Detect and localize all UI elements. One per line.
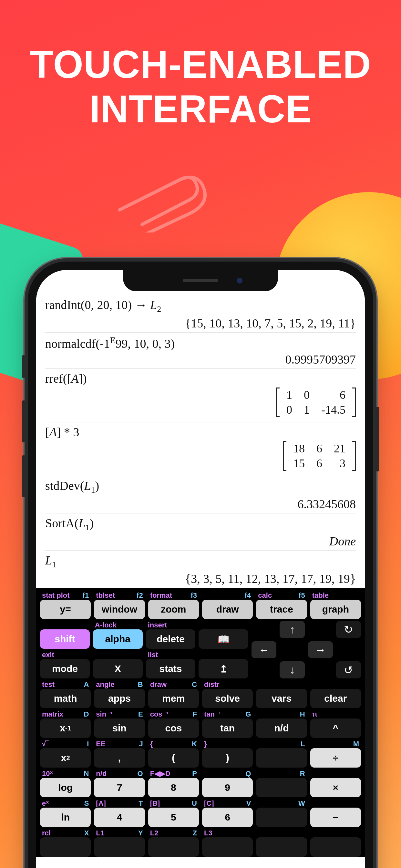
history-row[interactable]: randInt(0, 20, 10) → L2{15, 10, 13, 10, …	[45, 295, 356, 333]
key-log[interactable]: log	[40, 778, 91, 797]
key-[interactable]: ↥	[198, 659, 248, 678]
history-result: 186211563	[45, 439, 356, 474]
key-4[interactable]: 4	[94, 808, 145, 827]
key-solve[interactable]: solve	[202, 689, 253, 708]
history-result: 0.9995709397	[45, 350, 356, 367]
key-blank[interactable]	[94, 837, 145, 857]
key-sin[interactable]: sin	[94, 718, 145, 738]
paperclip-icon	[100, 168, 216, 232]
history-result: {3, 3, 5, 11, 12, 13, 17, 17, 19, 19}	[45, 569, 356, 586]
key-zoom[interactable]: zoom	[148, 600, 199, 619]
history-expression: L1	[45, 553, 356, 569]
key-window[interactable]: window	[94, 600, 145, 619]
key-mem[interactable]: mem	[148, 689, 199, 708]
arrow-left-button[interactable]: ←	[251, 641, 276, 658]
key-9[interactable]: 9	[202, 778, 253, 797]
key-blank[interactable]	[256, 778, 307, 797]
history-result: Done	[45, 532, 356, 548]
arrow-right-button[interactable]: →	[308, 641, 333, 658]
key-clear[interactable]: clear	[310, 689, 361, 708]
history-expression: [A] * 3	[45, 425, 356, 439]
key-[interactable]: (	[148, 748, 199, 768]
key-stats[interactable]: stats	[146, 659, 196, 678]
key-y[interactable]: y=	[40, 600, 91, 619]
key-[interactable]: ^	[310, 718, 361, 738]
key-blank[interactable]	[256, 837, 307, 857]
calc-keypad: stat plotf1y=tblsetf2windowformatf3zoomf…	[36, 588, 365, 857]
key-graph[interactable]: graph	[310, 600, 361, 619]
phone-notch	[123, 270, 278, 291]
key-8[interactable]: 8	[148, 778, 199, 797]
history-result: 6.33245608	[45, 495, 356, 511]
key-nd[interactable]: n/d	[256, 718, 307, 738]
history-expression: normalcdf(-1E99, 10, 0, 3)	[45, 335, 356, 351]
history-row[interactable]: normalcdf(-1E99, 10, 0, 3)0.9995709397	[45, 333, 356, 369]
key-blank[interactable]	[256, 808, 307, 827]
key-[interactable]: ,	[94, 748, 145, 768]
key-blank[interactable]	[148, 837, 199, 857]
history-expression: randInt(0, 20, 10) → L2	[45, 298, 356, 314]
key-xspanclasssup1span[interactable]: x-1	[40, 718, 91, 738]
key-[interactable]: ÷	[310, 748, 361, 768]
key-apps[interactable]: apps	[94, 689, 145, 708]
history-row[interactable]: L1{3, 3, 5, 11, 12, 13, 17, 17, 19, 19}	[45, 551, 356, 588]
key-5[interactable]: 5	[148, 808, 199, 827]
headline: TOUCH-ENABLED INTERFACE	[0, 0, 401, 131]
key-[interactable]: 📖	[198, 629, 248, 649]
redo-button[interactable]: ↻	[336, 621, 361, 638]
key-blank[interactable]	[40, 837, 91, 857]
history-expression: rref([A])	[45, 371, 356, 385]
arrow-up-button[interactable]: ↑	[280, 621, 305, 638]
history-result: {15, 10, 13, 10, 7, 5, 15, 2, 19, 11}	[45, 314, 356, 330]
history-row[interactable]: stdDev(L1)6.33245608	[45, 476, 356, 514]
key-[interactable]: )	[202, 748, 253, 768]
key-ln[interactable]: ln	[40, 808, 91, 827]
key-trace[interactable]: trace	[256, 600, 307, 619]
key-blank[interactable]	[310, 837, 361, 857]
key-[interactable]: ×	[310, 778, 361, 797]
key-x[interactable]: X	[93, 659, 143, 678]
phone-screen: randInt(0, 20, 10) → L2{15, 10, 13, 10, …	[36, 270, 365, 868]
history-result: 10601-14.5	[45, 385, 356, 420]
key-shift[interactable]: shift	[40, 629, 90, 649]
key-delete[interactable]: delete	[146, 629, 196, 649]
history-row[interactable]: rref([A])10601-14.5	[45, 369, 356, 423]
key-7[interactable]: 7	[94, 778, 145, 797]
calc-history[interactable]: randInt(0, 20, 10) → L2{15, 10, 13, 10, …	[36, 270, 365, 588]
key-math[interactable]: math	[40, 689, 91, 708]
key-[interactable]: −	[310, 808, 361, 827]
history-expression: SortA(L1)	[45, 516, 356, 532]
key-cos[interactable]: cos	[148, 718, 199, 738]
key-blank[interactable]	[256, 748, 307, 768]
dpad: ↑ ↻ ← → ↓ ↺	[251, 621, 361, 678]
arrow-down-button[interactable]: ↓	[280, 661, 305, 678]
key-6[interactable]: 6	[202, 808, 253, 827]
key-tan[interactable]: tan	[202, 718, 253, 738]
key-alpha[interactable]: alpha	[93, 629, 143, 649]
history-row[interactable]: [A] * 3186211563	[45, 423, 356, 476]
key-mode[interactable]: mode	[40, 659, 90, 678]
phone-frame: randInt(0, 20, 10) → L2{15, 10, 13, 10, …	[28, 261, 373, 868]
history-expression: stdDev(L1)	[45, 478, 356, 495]
key-vars[interactable]: vars	[256, 689, 307, 708]
history-row[interactable]: SortA(L1)Done	[45, 514, 356, 551]
key-blank[interactable]	[202, 837, 253, 857]
undo-button[interactable]: ↺	[336, 661, 361, 678]
key-xspanclasssup2span[interactable]: x2	[40, 748, 91, 768]
key-draw[interactable]: draw	[202, 600, 253, 619]
